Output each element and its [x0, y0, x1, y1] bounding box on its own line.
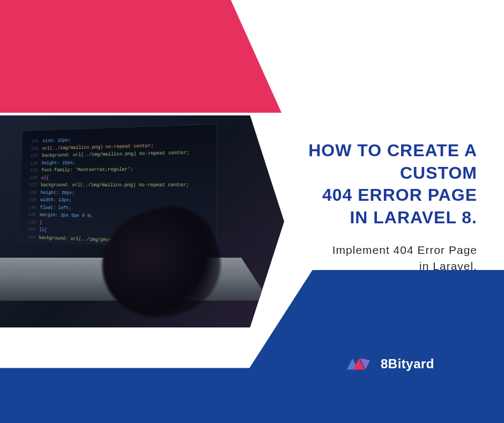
subtitle-line-1: Implement 404 Error Page — [247, 242, 477, 258]
graphic-container: 131size: 22px; 132url(../img/mailico.png… — [0, 0, 504, 423]
title-block: HOW TO CREATE A CUSTOM 404 ERROR PAGE IN… — [247, 140, 477, 274]
laptop-photo: 131size: 22px; 132url(../img/mailico.png… — [0, 115, 284, 327]
subtitle-line-2: in Laravel. — [247, 258, 477, 274]
top-accent-shape — [0, 0, 281, 113]
brand-logo-icon — [343, 353, 371, 375]
brand-name: 8Bityard — [381, 356, 434, 371]
main-heading: HOW TO CREATE A CUSTOM 404 ERROR PAGE IN… — [247, 140, 477, 229]
title-line-2: 404 ERROR PAGE — [247, 184, 477, 207]
title-line-3: IN LARAVEL 8. — [247, 207, 477, 229]
title-line-1: HOW TO CREATE A CUSTOM — [247, 140, 477, 184]
subtitle-text: Implement 404 Error Page in Laravel. — [247, 242, 477, 274]
brand-logo-area: 8Bityard — [343, 353, 434, 375]
